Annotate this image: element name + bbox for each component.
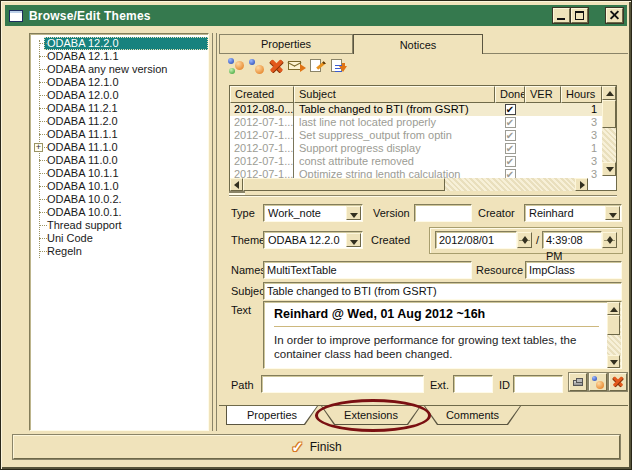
tree-item[interactable]: +ODABA 11.1.0 [44,141,208,154]
maximize-button[interactable] [571,8,588,23]
table-row[interactable]: 2012-07-1... const attribute removed ✔ 3 [230,155,602,168]
created-time-field[interactable]: 4:39:08 PM [542,231,602,249]
table-row[interactable]: 2012-07-1... last line not located prope… [230,116,602,129]
done-checkbox[interactable]: ✔ [505,156,516,167]
tree-item[interactable]: ODABA 11.1.1 [44,128,208,141]
resource-field[interactable] [525,261,622,279]
text-vertical-scrollbar[interactable] [607,302,621,368]
delete-note-button[interactable] [268,57,286,75]
text-heading: Reinhard @ Wed, 01 Aug 2012 ~16h [274,307,621,321]
table-row[interactable]: 2012-07-1... Support progress display ✔ … [230,142,602,155]
ext-field[interactable] [453,375,493,393]
table-vertical-scrollbar[interactable] [602,86,616,176]
tree-item[interactable]: ODABA 10.0.1. [44,206,208,219]
table-horizontal-scrollbar[interactable] [230,178,588,191]
scroll-right-button[interactable] [575,178,588,191]
column-header-hours[interactable]: Hours [561,86,602,103]
column-header-ver[interactable]: VER [525,86,561,103]
link-node-icon [592,376,597,381]
done-checkbox[interactable]: ✔ [505,104,516,115]
tree-item[interactable]: ODABA 12.1.1 [44,50,208,63]
scroll-up-button[interactable] [602,86,616,100]
text-body: In order to improve performance for grow… [274,333,590,361]
theme-combobox[interactable]: ODABA 12.2.0 [263,231,363,249]
tree-item[interactable]: Uni Code [44,232,208,245]
titlebar: Browse/Edit Themes [5,5,627,26]
tree-item[interactable]: ODABA 10.0.2. [44,193,208,206]
tree-item[interactable]: ODABA 10.1.1 [44,167,208,180]
table-row[interactable]: 2012-07-1... Set suppress_output from op… [230,129,602,142]
scroll-up-button[interactable] [607,302,620,315]
scrollbar-thumb[interactable] [607,315,620,335]
open-path-button[interactable] [569,373,587,391]
tree-item[interactable]: Regeln [44,245,208,258]
send-note-button[interactable] [288,57,306,75]
tree-item[interactable]: ODABA any new version [44,63,208,76]
minimize-icon [557,18,565,20]
tree-item[interactable]: ODABA 12.2.0 [44,37,208,50]
tree-item[interactable]: ODABA 12.1.0 [44,76,208,89]
version-field[interactable] [414,204,472,222]
chevron-down-icon[interactable] [605,206,620,220]
chevron-down-icon[interactable] [346,233,361,247]
theme-label: Theme [231,234,265,246]
clear-path-button[interactable] [609,373,627,391]
scrollbar-thumb[interactable] [243,178,445,191]
bottom-tab-properties[interactable]: Properties [226,406,318,425]
device-icon [573,380,583,386]
created-date-field[interactable]: 2012/08/01 [435,231,517,249]
scrollbar-thumb[interactable] [602,100,616,128]
date-spinner[interactable] [517,232,532,248]
done-checkbox[interactable]: ✔ [505,130,516,141]
window-icon [9,10,23,22]
add-node-icon [228,58,234,64]
table-row[interactable]: 2012-07-1... Optimize string length calc… [230,168,602,178]
done-checkbox[interactable]: ✔ [505,169,516,178]
column-header-created[interactable]: Created [230,86,294,103]
creator-combobox[interactable]: Reinhard [524,204,622,222]
type-label: Type [231,207,255,219]
path-field[interactable] [261,375,424,393]
theme-tree: ODABA 12.2.0 ODABA 12.1.1 ODABA any new … [29,33,209,431]
column-header-subject[interactable]: Subject [294,86,495,103]
tree-item[interactable]: ODABA 11.2.0 [44,115,208,128]
browse-edit-themes-window: Browse/Edit Themes ODABA 12.2.0 ODABA 12… [0,0,632,470]
text-label: Text [231,304,251,316]
names-field[interactable] [263,261,472,279]
tab-properties[interactable]: Properties [219,34,353,53]
tree-item[interactable]: ODABA 11.2.1 [44,102,208,115]
done-checkbox[interactable]: ✔ [505,117,516,128]
time-spinner[interactable] [602,232,617,248]
export-note-button[interactable] [330,57,348,75]
add-note-button[interactable] [227,57,245,75]
type-combobox[interactable]: Work_note [263,204,363,222]
close-button[interactable] [606,8,623,23]
scroll-down-button[interactable] [607,355,620,368]
id-field[interactable] [513,375,563,393]
scroll-down-button[interactable] [602,162,616,176]
subject-field[interactable] [263,282,622,300]
expand-icon[interactable]: + [34,143,43,152]
column-header-done[interactable]: Done [495,86,525,103]
done-checkbox[interactable]: ✔ [505,143,516,154]
minimize-button[interactable] [553,8,570,23]
chevron-down-icon[interactable] [346,206,361,220]
creator-label: Creator [478,207,515,219]
tree-item[interactable]: ODABA 10.1.0 [44,180,208,193]
link-note-button[interactable] [248,57,266,75]
table-row[interactable]: 2012-08-0... Table changed to BTI (from … [230,103,602,116]
tree-item[interactable]: ODABA 11.0.0 [44,154,208,167]
tree-item[interactable]: Thread support [44,219,208,232]
finish-button[interactable]: ✓ Finish [13,435,620,459]
text-editor[interactable]: Reinhard @ Wed, 01 Aug 2012 ~16h In orde… [263,301,622,369]
scroll-left-button[interactable] [230,178,243,191]
link-path-button[interactable] [589,373,607,391]
panel-splitter[interactable] [212,33,217,431]
maximize-icon [575,11,584,20]
bottom-tab-extensions[interactable]: Extensions [321,406,421,425]
edit-note-button[interactable] [309,57,327,75]
check-icon: ✓ [291,438,304,456]
tab-notices[interactable]: Notices [353,34,483,54]
bottom-tab-comments[interactable]: Comments [424,406,521,425]
tree-item[interactable]: ODABA 12.0.0 [44,89,208,102]
